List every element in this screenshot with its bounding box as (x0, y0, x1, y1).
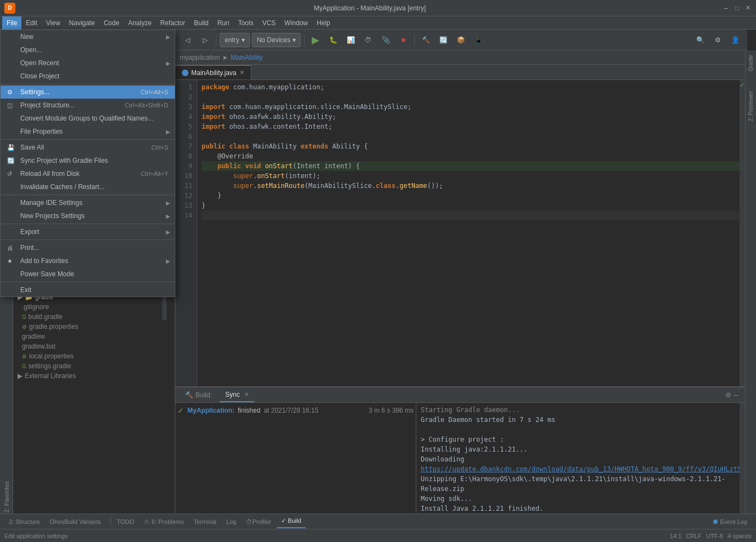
gradle-icon-2: G (22, 314, 26, 320)
settings-toolbar-button[interactable]: ⚙ (710, 32, 725, 48)
code-content[interactable]: package com.huan.myapplication; import c… (197, 80, 740, 386)
bottom-tab-sync[interactable]: Sync ✕ (220, 388, 254, 402)
profiler-label: Profiler (252, 518, 271, 525)
menu-item-project-structure[interactable]: ◫ Project Structure... Ctrl+Alt+Shift+D (1, 99, 175, 112)
file-gradle-properties[interactable]: ⚙ gradle.properties (13, 322, 175, 332)
menu-view[interactable]: View (42, 16, 65, 30)
file-settings-gradle[interactable]: G settings.gradle (13, 361, 175, 371)
menu-item-sync-gradle[interactable]: 🔄 Sync Project with Gradle Files (1, 154, 175, 167)
build-scrollbar[interactable] (740, 403, 745, 529)
file-gradlew[interactable]: gradlew (13, 332, 175, 341)
forward-button[interactable]: ▷ (197, 32, 213, 48)
menu-bar: File Edit View Navigate Code Analyze Ref… (0, 16, 756, 30)
menu-item-open[interactable]: Open... (1, 43, 175, 56)
menu-refactor[interactable]: Refactor (156, 16, 190, 30)
menu-item-manage-ide[interactable]: Manage IDE Settings (1, 196, 175, 209)
menu-item-add-favorites[interactable]: ★ Add to Favorites (1, 254, 175, 267)
window-controls[interactable]: ─ □ ✕ (722, 4, 752, 12)
search-everywhere-button[interactable]: 🔍 (692, 32, 708, 48)
menu-window[interactable]: Window (280, 16, 312, 30)
bottom-tab-event-log[interactable]: Event Log (709, 515, 752, 528)
menu-edit[interactable]: Edit (21, 16, 42, 30)
menu-item-new[interactable]: New (1, 30, 175, 43)
menu-item-file-properties[interactable]: File Properties (1, 125, 175, 138)
editor-scrollbar[interactable]: ✓ (740, 80, 745, 386)
menu-item-print[interactable]: 🖨 Print... (1, 241, 175, 254)
menu-file[interactable]: File (2, 16, 21, 30)
bottom-tab-build-panel[interactable]: 🔨 Build: (180, 388, 217, 402)
user-button[interactable]: 👤 (728, 32, 743, 48)
menu-analyze[interactable]: Analyze (124, 16, 156, 30)
app-icon: D (4, 3, 15, 14)
cursor-position[interactable]: 14:1 (670, 533, 681, 539)
breadcrumb-main-ability[interactable]: MainAbility (231, 54, 262, 61)
tab-structure[interactable]: 2: Favorites (1, 476, 12, 518)
file-gradlew-bat[interactable]: gradlew.bat (13, 341, 175, 351)
bottom-tab-ohbuild[interactable]: OhosBuild Variants (45, 515, 105, 528)
menu-item-exit[interactable]: Exit (1, 283, 175, 296)
attach-button[interactable]: 📎 (378, 32, 393, 48)
bottom-tab-terminal[interactable]: Terminal (190, 515, 221, 528)
tab-close-button[interactable]: ✕ (239, 69, 244, 76)
file-build-gradle-root[interactable]: G build.gradle (13, 312, 175, 322)
bottom-tab-todo[interactable]: TODO (112, 515, 139, 528)
avd-button[interactable]: 📱 (471, 32, 486, 48)
close-button[interactable]: ✕ (744, 4, 752, 12)
profile-button[interactable]: ⏱ (360, 32, 376, 48)
menu-vcs[interactable]: VCS (258, 16, 280, 30)
minimize-button[interactable]: ─ (722, 4, 730, 12)
back-button[interactable]: ◁ (180, 32, 195, 48)
debug-button[interactable]: 🐛 (325, 32, 341, 48)
line-ending[interactable]: CRLF (686, 533, 702, 539)
sync-tab-close[interactable]: ✕ (244, 391, 249, 397)
folder-external-libs[interactable]: ▶ External Libraries (13, 371, 175, 381)
minimize-icon-bottom[interactable]: ─ (734, 391, 738, 399)
menu-item-open-recent[interactable]: Open Recent (1, 56, 175, 70)
sync-button[interactable]: 🔄 (436, 32, 451, 48)
file-gitignore[interactable]: .gitignore (13, 302, 175, 312)
menu-item-save-all[interactable]: 💾 Save All Ctrl+S (1, 141, 175, 154)
hammer-button[interactable]: 🔨 (418, 32, 433, 48)
build-left-panel: ✓ MyApplication: finished at 2021/7/28 1… (175, 403, 416, 529)
tab-gradle[interactable]: Gradle (747, 50, 755, 76)
menu-tools[interactable]: Tools (234, 16, 258, 30)
indent-info[interactable]: 4 spaces (728, 533, 752, 539)
tab-main-ability[interactable]: MainAbility.java ✕ (175, 65, 251, 79)
sdk-button[interactable]: 📦 (453, 32, 468, 48)
encoding[interactable]: UTF-8 (706, 533, 723, 539)
stop-button[interactable]: ■ (396, 32, 411, 48)
coverage-button[interactable]: 📊 (343, 32, 358, 48)
project-structure-icon: ◫ (7, 102, 17, 109)
bottom-tab-log[interactable]: Log (222, 515, 240, 528)
bottom-tab-profiler[interactable]: ⏱ Profiler (242, 515, 276, 528)
device-selector[interactable]: No Devices ▾ (252, 33, 301, 47)
menu-item-new-projects[interactable]: New Projects Settings (1, 209, 175, 222)
menu-code[interactable]: Code (99, 16, 124, 30)
toolbar: ◁ ▷ entry ▾ No Devices ▾ ▶ 🐛 📊 ⏱ 📎 ■ 🔨 🔄… (175, 30, 747, 50)
code-line-6 (202, 132, 740, 141)
run-button[interactable]: ▶ (308, 32, 323, 48)
maximize-button[interactable]: □ (733, 4, 741, 12)
menu-run[interactable]: Run (213, 16, 234, 30)
profiler-icon: ⏱ (246, 518, 252, 525)
tab-previewer[interactable]: 2: Previewer (747, 87, 755, 126)
menu-item-close-project[interactable]: Close Project (1, 70, 175, 83)
menu-build[interactable]: Build (190, 16, 213, 30)
menu-navigate[interactable]: Navigate (65, 16, 99, 30)
menu-help[interactable]: Help (312, 16, 335, 30)
download-link[interactable]: https://update.dbankcdn.com/download/dat… (421, 465, 740, 473)
menu-item-power-save[interactable]: Power Save Mode (1, 267, 175, 281)
gear-icon-bottom[interactable]: ⚙ (725, 391, 731, 399)
menu-item-convert-module[interactable]: Convert Module Groups to Qualified Names… (1, 112, 175, 125)
settings-gradle-label: settings.gradle (28, 362, 71, 370)
menu-item-reload-disk[interactable]: ↺ Reload All from Disk Ctrl+Alt+Y (1, 167, 175, 180)
menu-item-settings[interactable]: ⚙ Settings... Ctrl+Alt+S (1, 85, 175, 99)
menu-item-export[interactable]: Export (1, 225, 175, 238)
menu-item-invalidate[interactable]: Invalidate Caches / Restart... (1, 180, 175, 193)
entry-selector[interactable]: entry ▾ (220, 33, 250, 47)
file-local-properties[interactable]: ⚙ local.properties (13, 351, 175, 361)
bottom-tab-problems[interactable]: ⚠ 6: Problems (140, 515, 188, 528)
breadcrumb-myapplication[interactable]: myapplication (180, 54, 220, 61)
bottom-tab-build-active[interactable]: ✓ Build (277, 515, 306, 528)
bottom-tab-structure[interactable]: 2: Structure (4, 515, 44, 528)
